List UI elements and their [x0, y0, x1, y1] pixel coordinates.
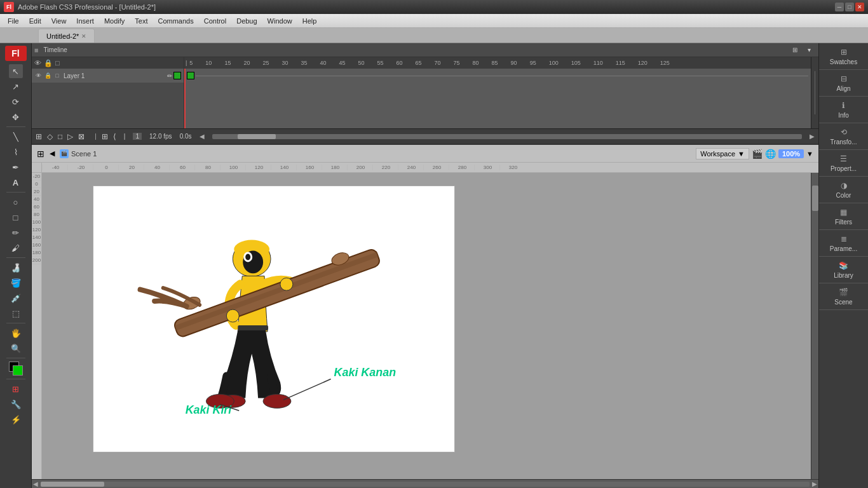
- select-tool[interactable]: ↖: [9, 64, 23, 78]
- menu-view[interactable]: View: [46, 16, 72, 26]
- footer-icon-play2[interactable]: ⟨: [113, 132, 116, 141]
- zoom-value: 100%: [782, 150, 800, 158]
- panel-align[interactable]: ⊟ Align: [819, 70, 868, 97]
- footer-icon-3[interactable]: □: [58, 132, 62, 141]
- h-scroll-track[interactable]: [41, 482, 810, 487]
- maximize-button[interactable]: □: [845, 3, 854, 11]
- line-tool[interactable]: ╲: [9, 130, 23, 144]
- option-tool-2[interactable]: ⚡: [9, 412, 23, 426]
- paint-bucket-tool[interactable]: 🪣: [9, 276, 23, 290]
- fps-value: 12.0 fps: [149, 133, 172, 140]
- h-scroll-right[interactable]: ▶: [812, 480, 817, 487]
- ruler-tick: 180: [322, 165, 347, 170]
- menu-control[interactable]: Control: [199, 16, 231, 26]
- pencil-tool[interactable]: ✏: [9, 226, 23, 240]
- menu-edit[interactable]: Edit: [24, 16, 46, 26]
- transform-icon: ⟲: [837, 127, 850, 137]
- timeline-ruler: | 5 10 15 20 25 30 35 40 45 50 55: [184, 57, 811, 69]
- panel-scene[interactable]: 🎬 Scene: [819, 283, 868, 310]
- panel-library[interactable]: 📚 Library: [819, 257, 868, 283]
- document-tab[interactable]: Untitled-2* ✕: [38, 29, 95, 43]
- free-transform-tool[interactable]: ⟳: [9, 95, 23, 109]
- h-scroll-left[interactable]: ◀: [33, 480, 38, 487]
- stage-toolbar: ⊞ ◀ 🎬 Scene 1 Workspace ▼ 🎬: [32, 145, 818, 163]
- tab-bar: Untitled-2* ✕: [0, 28, 868, 43]
- ink-bottle-tool[interactable]: 🍶: [9, 261, 23, 274]
- panel-color[interactable]: ◑ Color: [819, 177, 868, 203]
- library-icon: 📚: [837, 261, 850, 271]
- menu-text[interactable]: Text: [130, 16, 153, 26]
- panel-parameters[interactable]: ≣ Parame...: [819, 230, 868, 257]
- zoom-dropdown-arrow[interactable]: ▼: [806, 150, 813, 158]
- menu-modify[interactable]: Modify: [99, 16, 130, 26]
- layer-lock-icon[interactable]: 🔒: [44, 72, 51, 79]
- h-scroll-thumb: [41, 482, 104, 487]
- tool-separator-1: [6, 126, 25, 127]
- lasso-tool[interactable]: ⌇: [9, 145, 23, 159]
- stage-h-scroll[interactable]: ◀ ▶: [32, 479, 818, 488]
- close-button[interactable]: ✕: [855, 3, 864, 11]
- minimize-button[interactable]: ─: [835, 3, 844, 11]
- footer-icon-1[interactable]: ⊞: [36, 132, 42, 141]
- menu-commands[interactable]: Commands: [153, 16, 198, 26]
- text-tool[interactable]: A: [9, 175, 23, 189]
- stage-area: ⊞ ◀ 🎬 Scene 1 Workspace ▼ 🎬: [32, 145, 818, 488]
- layer-visibility-icons: 👁 🔒 □: [34, 72, 61, 79]
- panel-filters[interactable]: ▦ Filters: [819, 203, 868, 230]
- color-boxes: [9, 362, 23, 376]
- panel-transform[interactable]: ⟲ Transfo...: [819, 123, 868, 150]
- subselect-tool[interactable]: ↗: [9, 79, 23, 93]
- menu-file[interactable]: File: [3, 16, 24, 26]
- tab-close-icon[interactable]: ✕: [81, 33, 86, 39]
- snap-tool[interactable]: ⊞: [9, 382, 23, 396]
- ruler-corner: [32, 163, 42, 173]
- timeline-collapse[interactable]: ▾: [808, 46, 811, 53]
- zoom-value-box[interactable]: 100%: [778, 149, 804, 158]
- back-button[interactable]: ◀: [50, 149, 55, 158]
- fill-color[interactable]: [13, 365, 23, 376]
- right-panel: ⊞ Swatches ⊟ Align ℹ Info ⟲ Transfo... ☰…: [818, 43, 868, 488]
- timeline-scroll[interactable]: [212, 134, 802, 139]
- rect-tool[interactable]: □: [9, 210, 23, 224]
- gradient-tool[interactable]: ✥: [9, 110, 23, 124]
- layer-visible-icon[interactable]: 👁: [34, 72, 42, 79]
- option-tool-1[interactable]: 🔧: [9, 397, 23, 411]
- title-bar: Fl Adobe Flash CS3 Professional - [Untit…: [0, 0, 868, 14]
- filters-label: Filters: [835, 219, 852, 226]
- menu-debug[interactable]: Debug: [231, 16, 262, 26]
- eraser-tool[interactable]: ⬚: [9, 306, 23, 320]
- footer-icon-4[interactable]: ▷: [67, 132, 73, 141]
- menu-insert[interactable]: Insert: [71, 16, 99, 26]
- timeline-footer: ⊞ ◇ □ ▷ ⊠ | ⊞ ⟨ | 1 12.0 fps 0.0s ◀: [32, 128, 818, 144]
- hand-tool[interactable]: 🖐: [9, 326, 23, 340]
- menu-help[interactable]: Help: [297, 16, 322, 26]
- scroll-left[interactable]: ◀: [200, 133, 205, 140]
- footer-icon-5[interactable]: ⊠: [78, 132, 85, 141]
- eyedropper-tool[interactable]: 💉: [9, 291, 23, 305]
- scroll-right[interactable]: ▶: [810, 133, 815, 140]
- v-ruler: -20 0 20 40 60 80 100 120 140 160 180 20…: [32, 173, 42, 479]
- frame-area: [184, 69, 811, 128]
- timeline: ≡ Timeline ⊞ ▾ 👁 🔒 □: [32, 43, 818, 145]
- panel-swatches[interactable]: ⊞ Swatches: [819, 43, 868, 70]
- stage-v-scroll[interactable]: [811, 173, 818, 479]
- playhead[interactable]: [184, 69, 186, 128]
- footer-icon-2[interactable]: ◇: [47, 132, 53, 141]
- stage-icon-3[interactable]: 🌐: [765, 149, 776, 159]
- menu-window[interactable]: Window: [262, 16, 297, 26]
- oval-tool[interactable]: ○: [9, 195, 23, 209]
- footer-icon-play1[interactable]: ⊞: [102, 132, 108, 141]
- ruler-tick: 20: [118, 165, 144, 170]
- stage-canvas[interactable]: Kaki Kiri Kaki Kanan: [93, 186, 455, 452]
- layer-row[interactable]: 👁 🔒 □ Layer 1 ✏: [32, 69, 184, 83]
- pen-tool[interactable]: ✒: [9, 160, 23, 174]
- brush-tool[interactable]: 🖌: [9, 241, 23, 255]
- panel-info[interactable]: ℹ Info: [819, 97, 868, 123]
- svg-rect-11: [238, 325, 268, 330]
- zoom-tool[interactable]: 🔍: [9, 341, 23, 355]
- stage-icon-2[interactable]: 🎬: [752, 149, 763, 159]
- tab-label: Untitled-2*: [46, 32, 79, 40]
- panel-properties[interactable]: ☰ Propert...: [819, 150, 868, 177]
- stage-main[interactable]: Kaki Kiri Kaki Kanan: [42, 173, 818, 479]
- workspace-dropdown[interactable]: Workspace ▼: [696, 148, 749, 159]
